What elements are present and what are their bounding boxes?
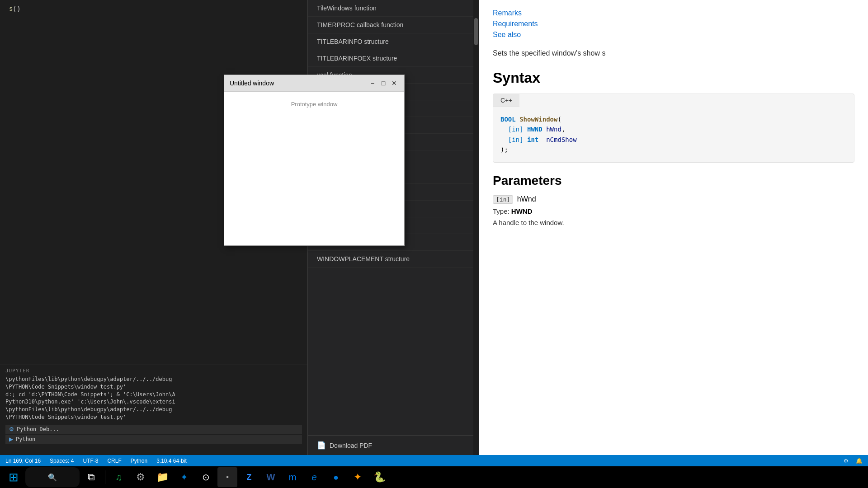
terminal-line: Python310\python.exe' 'c:\Users\John\.vs… xyxy=(5,398,302,406)
status-language: Python xyxy=(131,458,147,464)
prototype-controls: − □ ✕ xyxy=(368,79,399,88)
debug-entry-python[interactable]: ▶ Python xyxy=(5,435,302,444)
download-pdf-button[interactable]: 📄 Download PDF xyxy=(308,435,479,455)
taskbar-separator xyxy=(105,470,105,484)
prototype-title: Untitled window xyxy=(230,80,274,87)
prototype-body: Prototype window xyxy=(224,92,404,245)
syntax-code: BOOL ShowWindow( [in] HWND hWnd, [in] in… xyxy=(493,107,854,162)
debug-entry-python-deb[interactable]: ⚙ Python Deb... xyxy=(5,425,302,434)
close-button[interactable]: ✕ xyxy=(390,79,399,88)
param-type: Type: HWND xyxy=(493,207,854,215)
chrome-icon[interactable]: ⊙ xyxy=(196,467,216,487)
syntax-box: C++ BOOL ShowWindow( [in] HWND hWnd, [in… xyxy=(493,94,854,163)
settings-icon[interactable]: ⚙ xyxy=(844,458,849,464)
debug-entry-label: Python Deb... xyxy=(17,426,59,432)
windows-start-icon[interactable]: ⊞ xyxy=(4,467,24,487)
debug-entry-label: Python xyxy=(16,436,35,442)
terminal-label: JUPYTER xyxy=(5,368,302,374)
terminal-icon[interactable]: ▪ xyxy=(217,467,237,487)
status-bar: Ln 169, Col 16 Spaces: 4 UTF-8 CRLF Pyth… xyxy=(0,455,868,466)
terminal-line: d:; cd 'd:\PYTHON\Code Snippets'; & 'C:\… xyxy=(5,391,302,399)
syntax-lang-tab: C++ xyxy=(493,94,519,107)
syntax-title: Syntax xyxy=(493,70,854,86)
minimize-button[interactable]: − xyxy=(368,79,377,88)
param-description: A handle to the window. xyxy=(493,218,854,228)
maximize-button[interactable]: □ xyxy=(379,79,388,88)
steam-icon[interactable]: ⚙ xyxy=(131,467,151,487)
terminal-line: \pythonFiles\lib\python\debugpy\adapter/… xyxy=(5,375,302,383)
terminal-line: \pythonFiles\lib\python\debugpy\adapter/… xyxy=(5,406,302,413)
docs-panel: Remarks Requirements See also Sets the s… xyxy=(479,0,868,455)
doc-list-scrollbar[interactable] xyxy=(473,0,479,455)
param-badge: [in] xyxy=(493,195,513,204)
status-line-ending: CRLF xyxy=(107,458,121,464)
download-pdf-label: Download PDF xyxy=(330,442,372,449)
debug-entry-icon: ⚙ xyxy=(9,426,14,432)
python-icon[interactable]: 🐍 xyxy=(369,467,389,487)
terminal-lines: \pythonFiles\lib\python\debugpy\adapter/… xyxy=(5,375,302,421)
param-name-text: hWnd xyxy=(517,195,536,203)
param-type-value: HWND xyxy=(511,207,533,215)
status-ln-col: Ln 169, Col 16 xyxy=(5,458,41,464)
param-name: [in] hWnd xyxy=(493,195,854,204)
word-icon[interactable]: W xyxy=(261,467,281,487)
docs-description: Sets the specified window's show s xyxy=(493,48,854,59)
doc-list-item[interactable]: TileWindows function xyxy=(308,0,479,17)
params-title: Parameters xyxy=(493,174,854,188)
taskbar: ⊞ 🔍 ⧉ ♫ ⚙ 📁 ✦ ⊙ ▪ Z W m e ● ✦ 🐍 xyxy=(0,466,868,488)
doc-list-item-windowplacement[interactable]: WINDOWPLACEMENT structure xyxy=(308,251,479,267)
run-icon: ▶ xyxy=(9,436,13,442)
file-explorer-icon[interactable]: 📁 xyxy=(152,467,172,487)
doc-list-item[interactable]: TITLEBARINFOEX structure xyxy=(308,50,479,67)
prototype-body-text: Prototype window xyxy=(291,101,338,108)
search-widget-icon[interactable]: 🔍 xyxy=(25,467,80,487)
doc-list-scrollbar-thumb[interactable] xyxy=(474,18,478,45)
doc-list-item[interactable]: TIMERPROC callback function xyxy=(308,17,479,33)
zoom-icon[interactable]: Z xyxy=(239,467,259,487)
status-spaces: Spaces: 4 xyxy=(50,458,74,464)
terminal-line: \PYTHON\Code Snippets\window test.py' xyxy=(5,383,302,391)
terminal-panel: JUPYTER \pythonFiles\lib\python\debugpy\… xyxy=(0,365,307,455)
code-line: s() xyxy=(9,5,298,14)
docs-nav: Remarks Requirements See also xyxy=(493,9,854,39)
nav-link-see-also[interactable]: See also xyxy=(493,31,854,39)
prototype-titlebar: Untitled window − □ ✕ xyxy=(224,75,404,92)
nav-link-requirements[interactable]: Requirements xyxy=(493,20,854,28)
param-type-label: Type: xyxy=(493,207,511,215)
terminal-line: \PYTHON\Code Snippets\window test.py' xyxy=(5,413,302,421)
edge2-icon[interactable]: ● xyxy=(326,467,346,487)
messenger-icon[interactable]: m xyxy=(283,467,302,487)
doc-list-item[interactable]: TITLEBARINFO structure xyxy=(308,33,479,50)
bell-icon[interactable]: 🔔 xyxy=(856,458,863,464)
status-encoding: UTF-8 xyxy=(83,458,98,464)
edge-icon[interactable]: e xyxy=(304,467,324,487)
status-right: ⚙ 🔔 xyxy=(844,458,863,464)
spotify-icon[interactable]: ♫ xyxy=(109,467,129,487)
nav-link-remarks[interactable]: Remarks xyxy=(493,9,854,17)
vscode-icon[interactable]: ✦ xyxy=(174,467,194,487)
debug-entries: ⚙ Python Deb... ▶ Python xyxy=(5,425,302,444)
prototype-window[interactable]: Untitled window − □ ✕ Prototype window xyxy=(224,75,405,246)
status-version: 3.10.4 64-bit xyxy=(156,458,187,464)
app1-icon[interactable]: ✦ xyxy=(348,467,368,487)
pdf-icon: 📄 xyxy=(317,441,326,450)
task-view-icon[interactable]: ⧉ xyxy=(81,467,101,487)
